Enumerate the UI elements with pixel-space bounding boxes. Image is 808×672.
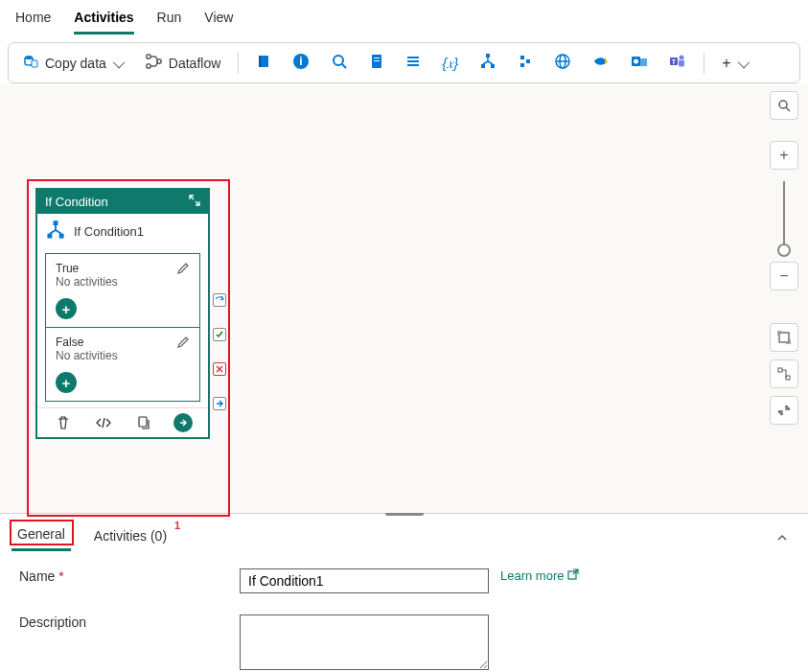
outlook-icon (631, 53, 648, 73)
svg-rect-38 (786, 376, 790, 380)
canvas-search-button[interactable] (770, 91, 798, 120)
list-button[interactable] (400, 50, 427, 76)
toolbar-separator (704, 53, 704, 74)
svg-rect-36 (779, 333, 789, 342)
add-false-activity-button[interactable]: + (56, 372, 77, 393)
tab-view[interactable]: View (204, 4, 233, 35)
description-input[interactable] (240, 614, 489, 670)
svg-rect-12 (374, 60, 380, 61)
pencil-icon[interactable] (176, 262, 190, 278)
pin-button[interactable] (512, 50, 539, 76)
svg-text:i: i (300, 55, 303, 68)
svg-line-10 (342, 64, 346, 68)
zoom-out-button[interactable]: − (770, 262, 798, 290)
zoom-slider-thumb[interactable] (777, 243, 791, 257)
teams-icon: T (669, 53, 686, 73)
activity-header: If Condition (37, 190, 208, 214)
connector-fail[interactable] (213, 362, 226, 376)
svg-point-2 (147, 55, 150, 58)
globe-icon (554, 53, 571, 73)
svg-rect-1 (32, 60, 37, 67)
notebook-icon (256, 54, 271, 72)
collapse-panel-button[interactable] (775, 528, 789, 545)
svg-text:T: T (672, 58, 677, 65)
auto-align-button[interactable] (770, 359, 798, 388)
teams-button[interactable]: T (663, 49, 692, 77)
web-button[interactable] (548, 49, 577, 77)
expand-icon[interactable] (189, 195, 200, 209)
zoom-slider[interactable] (783, 181, 785, 250)
pencil-icon[interactable] (176, 336, 190, 352)
search-button[interactable] (325, 49, 354, 77)
chevron-down-icon (112, 56, 125, 71)
svg-rect-17 (481, 64, 485, 68)
activity-toolbar (37, 407, 208, 437)
external-link-icon (567, 568, 579, 583)
control-flow-icon (479, 53, 496, 73)
tab-general[interactable]: General (12, 521, 71, 551)
pipeline-canvas[interactable]: If Condition If Condition1 True No activ… (0, 83, 808, 513)
dataflow-icon (146, 54, 163, 72)
name-input[interactable] (240, 568, 489, 593)
svg-rect-33 (139, 417, 147, 427)
zoom-in-button[interactable]: + (770, 141, 798, 170)
control-flow-button[interactable] (473, 49, 502, 77)
add-activity-button[interactable]: + (716, 51, 754, 76)
svg-rect-37 (778, 368, 782, 372)
activities-toolbar: Copy data Dataflow i {𝑥} T + (8, 42, 800, 83)
svg-rect-13 (407, 57, 419, 58)
pin-icon (518, 54, 533, 72)
collapse-button[interactable] (770, 396, 798, 425)
outlook-button[interactable] (625, 49, 654, 77)
svg-rect-11 (374, 58, 380, 58)
svg-rect-6 (259, 56, 261, 67)
connector-skip[interactable] (213, 293, 226, 307)
branch-container: True No activities + False No activities… (45, 253, 200, 402)
tab-run[interactable]: Run (157, 4, 182, 35)
variable-icon: {𝑥} (442, 55, 458, 72)
svg-rect-14 (407, 60, 419, 62)
svg-line-35 (786, 107, 790, 111)
connector-completion[interactable] (213, 397, 226, 410)
copy-data-button[interactable]: Copy data (18, 50, 130, 76)
tab-activities[interactable]: Activities (74, 4, 133, 35)
description-label: Description (19, 614, 240, 630)
toolbar-separator (238, 53, 239, 74)
code-button[interactable] (93, 412, 114, 433)
name-label: Name * (19, 568, 240, 584)
activity-connectors (213, 293, 226, 410)
svg-rect-31 (47, 234, 52, 239)
search-icon (331, 53, 348, 73)
notebook-button[interactable] (250, 50, 277, 76)
if-condition-activity[interactable]: If Condition If Condition1 True No activ… (35, 188, 210, 439)
variable-button[interactable]: {𝑥} (436, 51, 464, 76)
tab-activities-count[interactable]: Activities (0) 1 (88, 523, 173, 550)
svg-rect-20 (520, 63, 524, 67)
delete-button[interactable] (53, 412, 74, 433)
script-icon (369, 54, 384, 72)
list-icon (405, 54, 421, 72)
svg-rect-21 (526, 59, 530, 63)
svg-rect-18 (491, 64, 495, 68)
learn-more-link[interactable]: Learn more (500, 568, 579, 583)
svg-rect-19 (520, 56, 524, 59)
fit-screen-button[interactable] (770, 323, 798, 352)
yammer-button[interactable] (587, 49, 615, 77)
control-flow-icon (45, 220, 66, 243)
run-button[interactable] (173, 413, 193, 432)
dataflow-button[interactable]: Dataflow (140, 50, 226, 76)
plus-icon: + (722, 55, 730, 72)
svg-rect-15 (407, 64, 419, 66)
false-branch[interactable]: False No activities + (46, 327, 199, 401)
copy-button[interactable] (133, 412, 154, 433)
chevron-down-icon (737, 56, 750, 71)
tab-home[interactable]: Home (15, 4, 51, 35)
add-true-activity-button[interactable]: + (56, 298, 77, 319)
script-button[interactable] (363, 50, 390, 76)
svg-rect-32 (59, 234, 64, 239)
connector-success[interactable] (213, 328, 226, 341)
true-branch[interactable]: True No activities + (46, 254, 199, 327)
svg-point-0 (25, 56, 33, 59)
svg-point-34 (779, 101, 787, 108)
info-button[interactable]: i (287, 49, 315, 77)
